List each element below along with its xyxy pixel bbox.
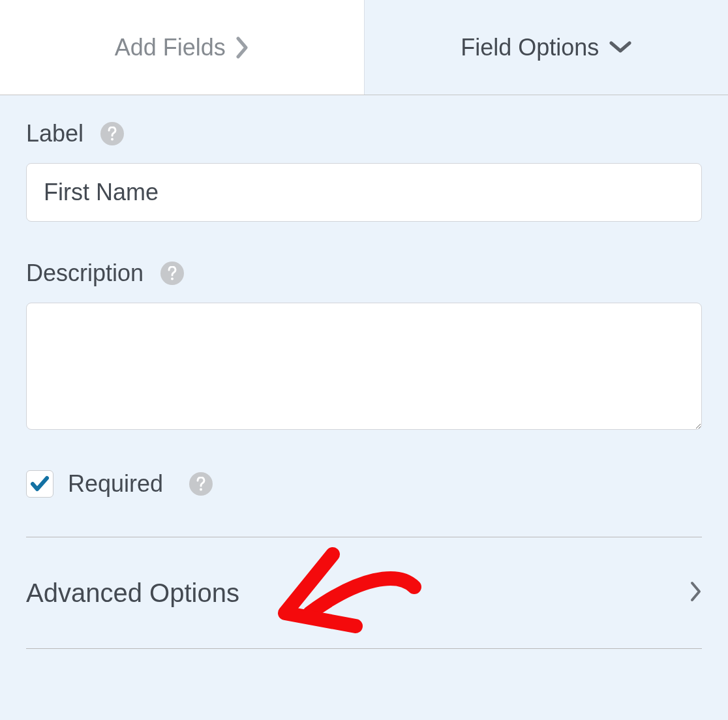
- advanced-options-toggle[interactable]: Advanced Options: [26, 537, 702, 648]
- advanced-options-label: Advanced Options: [26, 578, 239, 608]
- help-icon[interactable]: [160, 262, 184, 285]
- label-field-group: Label: [26, 120, 702, 222]
- label-input[interactable]: [26, 163, 702, 222]
- divider: [26, 648, 702, 649]
- required-row: Required: [26, 470, 702, 498]
- tab-add-fields-label: Add Fields: [115, 34, 226, 61]
- description-field-group: Description: [26, 260, 702, 432]
- description-input[interactable]: [26, 303, 702, 430]
- required-checkbox[interactable]: [26, 470, 53, 498]
- tab-add-fields[interactable]: Add Fields: [0, 0, 365, 95]
- help-icon[interactable]: [189, 472, 213, 496]
- chevron-down-icon: [609, 41, 631, 54]
- help-icon[interactable]: [100, 122, 124, 145]
- svg-point-0: [111, 138, 114, 141]
- chevron-right-icon: [690, 581, 702, 605]
- description-title: Description: [26, 260, 144, 287]
- chevron-right-icon: [236, 37, 249, 59]
- svg-point-1: [171, 278, 174, 280]
- tab-field-options-label: Field Options: [461, 34, 599, 61]
- tab-field-options[interactable]: Field Options: [365, 0, 729, 95]
- required-label: Required: [68, 470, 163, 498]
- label-title: Label: [26, 120, 83, 147]
- field-options-panel: Label Description: [0, 95, 728, 649]
- tabs-bar: Add Fields Field Options: [0, 0, 728, 95]
- svg-point-2: [200, 488, 202, 491]
